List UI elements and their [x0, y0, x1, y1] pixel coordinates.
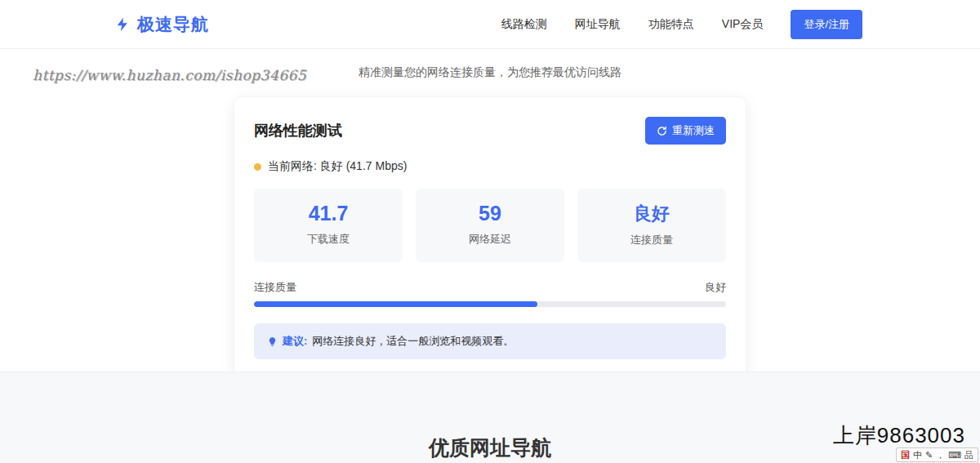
lightbulb-icon: [267, 336, 278, 347]
nav-item-features[interactable]: 功能特点: [648, 17, 694, 32]
watermark-text: 上岸9863003: [833, 421, 965, 450]
suggestion-box: 建议: 网络连接良好，适合一般浏览和视频观看。: [254, 323, 726, 359]
status-text: 当前网络: 良好 (41.7 Mbps): [268, 159, 407, 174]
speed-test-card: 网络性能测试 重新测速 当前网络: 良好 (41.7 Mbps) 41.7 下载…: [234, 96, 746, 380]
retest-button-label: 重新测速: [672, 123, 715, 138]
stat-label: 连接质量: [577, 233, 726, 247]
nav-item-vip[interactable]: VIP会员: [722, 17, 764, 32]
ime-skin-icon[interactable]: 品: [964, 448, 973, 461]
suggestion-prefix: 建议:: [283, 334, 307, 349]
stat-value: 41.7: [254, 202, 403, 225]
ime-language-icon[interactable]: 中: [913, 448, 922, 461]
hero-section: 精准测量您的网络连接质量，为您推荐最优访问线路 https://www.huzh…: [0, 49, 980, 96]
watermark-url: https://www.huzhan.com/ishop34665: [33, 67, 306, 83]
stats-row: 41.7 下载速度 59 网络延迟 良好 连接质量: [254, 189, 726, 262]
ime-pen-icon[interactable]: ✎: [925, 448, 933, 461]
stat-label: 网络延迟: [416, 232, 564, 247]
network-status: 当前网络: 良好 (41.7 Mbps): [254, 159, 726, 174]
stat-download-speed: 41.7 下载速度: [254, 189, 403, 262]
stat-label: 下载速度: [254, 232, 403, 247]
quality-progress-fill: [254, 301, 537, 307]
ime-keyboard-icon[interactable]: ⌨: [948, 448, 961, 461]
ime-punctuation-icon[interactable]: ，: [936, 448, 945, 461]
stat-value: 59: [416, 202, 564, 225]
quality-progress-bar: [254, 301, 726, 307]
lightning-bolt-icon: [114, 16, 131, 33]
quality-value: 良好: [705, 280, 726, 295]
top-header: 极速导航 线路检测 网址导航 功能特点 VIP会员 登录/注册: [0, 0, 980, 49]
retest-button[interactable]: 重新测速: [645, 117, 726, 145]
refresh-icon: [657, 126, 667, 136]
nav-item-line-check[interactable]: 线路检测: [501, 17, 547, 32]
ime-toolbar[interactable]: 国 中 ✎ ， ⌨ 品: [896, 447, 978, 462]
quality-label: 连接质量: [254, 280, 296, 295]
logo[interactable]: 极速导航: [114, 13, 209, 36]
bottom-section: 优质网址导航 上岸9863003 国 中 ✎ ， ⌨ 品: [0, 372, 980, 463]
status-dot-icon: [254, 163, 261, 171]
stat-connection-quality: 良好 连接质量: [577, 189, 726, 262]
main-nav: 线路检测 网址导航 功能特点 VIP会员 登录/注册: [501, 10, 862, 39]
login-register-button[interactable]: 登录/注册: [791, 10, 862, 39]
logo-text: 极速导航: [137, 13, 209, 36]
card-title: 网络性能测试: [254, 121, 342, 140]
suggestion-text: 网络连接良好，适合一般浏览和视频观看。: [312, 334, 514, 349]
stat-latency: 59 网络延迟: [416, 189, 564, 262]
stat-value: 良好: [577, 202, 726, 226]
quality-row: 连接质量 良好: [254, 280, 726, 295]
nav-item-site-nav[interactable]: 网址导航: [575, 17, 621, 32]
ime-logo-icon[interactable]: 国: [901, 448, 910, 461]
